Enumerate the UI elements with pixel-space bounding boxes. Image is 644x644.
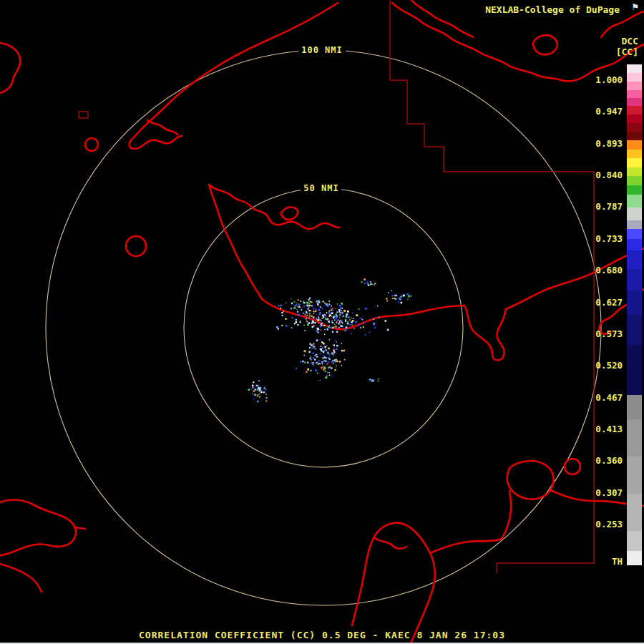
- echo-pixel: [336, 311, 338, 313]
- echo-pixel: [321, 362, 322, 363]
- echo-pixel: [298, 306, 298, 307]
- echo-pixel: [296, 321, 298, 323]
- echo-pixel: [258, 380, 260, 381]
- echo-pixel: [318, 301, 321, 303]
- echo-pixel: [297, 311, 298, 313]
- echo-pixel: [325, 315, 326, 316]
- echo-pixel: [347, 321, 348, 323]
- echo-pixel: [309, 315, 311, 316]
- echo-pixel: [316, 318, 317, 320]
- echo-pixel: [371, 380, 373, 381]
- colorbar-segment: [627, 269, 642, 291]
- echo-pixel: [386, 298, 387, 299]
- echo-pixel: [265, 389, 266, 391]
- echo-pixel: [376, 317, 377, 318]
- echo-pixel: [325, 329, 326, 330]
- echo-pixel: [336, 348, 338, 351]
- echo-pixel: [313, 348, 314, 349]
- echo-pixel: [294, 323, 296, 324]
- echo-pixel: [300, 303, 301, 303]
- echo-pixel: [313, 365, 315, 366]
- county-boundary-layer: [79, 0, 594, 573]
- echo-pixel: [411, 296, 412, 297]
- colorbar-segment: [627, 98, 642, 106]
- colorbar-segment: [627, 419, 642, 457]
- echo-pixel: [339, 310, 341, 311]
- echo-pixel: [326, 346, 327, 346]
- echo-pixel: [298, 306, 300, 308]
- echo-pixel: [398, 301, 400, 303]
- colorbar-segment: [627, 494, 642, 531]
- echo-pixel: [319, 319, 321, 321]
- echo-pixel: [328, 353, 330, 355]
- echo-pixel: [316, 339, 318, 341]
- echo-pixel: [248, 389, 250, 391]
- echo-pixel: [360, 327, 361, 328]
- echo-pixel: [394, 298, 395, 299]
- echo-pixel: [332, 322, 333, 323]
- echo-pixel: [283, 311, 284, 312]
- echo-pixel: [378, 379, 379, 380]
- echo-pixel: [313, 343, 314, 345]
- echo-pixel: [391, 295, 393, 296]
- echo-pixel: [317, 329, 318, 331]
- colorbar-units: [CC]: [616, 47, 638, 57]
- echo-pixel: [392, 298, 394, 299]
- echo-pixel: [325, 360, 327, 362]
- echo-pixel: [341, 350, 343, 352]
- colorbar-segment: [627, 114, 642, 123]
- echo-pixel: [258, 394, 259, 395]
- colorbar-tick-label: 0.733: [595, 234, 623, 244]
- echo-pixel: [308, 305, 310, 306]
- echo-pixel: [250, 389, 252, 390]
- echo-pixel: [319, 313, 321, 316]
- echo-pixel: [336, 361, 338, 363]
- colorbar-threshold-label: TH: [612, 557, 623, 567]
- echo-pixel: [328, 348, 330, 350]
- echo-pixel: [329, 366, 331, 368]
- echo-pixel: [327, 352, 329, 354]
- echo-pixel: [343, 316, 344, 317]
- echo-pixel: [307, 369, 309, 371]
- product-caption: CORRELATION COEFFICIENT (CC) 0.5 DEG - K…: [0, 630, 644, 640]
- echo-pixel: [335, 326, 336, 327]
- echo-pixel: [329, 325, 330, 326]
- echo-pixel: [306, 316, 306, 317]
- colorbar-segment: [627, 315, 642, 345]
- echo-pixel: [343, 350, 345, 352]
- echo-pixel: [331, 306, 332, 307]
- echo-pixel: [322, 364, 323, 364]
- radar-map: [0, 0, 644, 644]
- echo-pixel: [300, 321, 301, 322]
- echo-pixel: [336, 345, 338, 347]
- echo-pixel: [280, 308, 281, 309]
- echo-pixel: [324, 303, 326, 304]
- echo-pixel: [266, 397, 268, 399]
- echo-pixel: [365, 280, 366, 281]
- echo-pixel: [313, 364, 314, 366]
- echo-pixel: [331, 328, 332, 329]
- colorbar-segment: [627, 531, 642, 551]
- lake-outline: [85, 138, 98, 151]
- echo-pixel: [319, 363, 321, 364]
- lake-outline: [126, 236, 146, 256]
- echo-pixel: [329, 339, 330, 340]
- echo-pixel: [314, 322, 316, 324]
- echo-pixel: [332, 308, 333, 309]
- echo-pixel: [363, 322, 364, 323]
- echo-pixel: [391, 290, 392, 291]
- colorbar-segment: [627, 150, 642, 158]
- echo-pixel: [321, 323, 323, 324]
- echo-pixel: [336, 359, 336, 360]
- colorbar-segment: [627, 185, 642, 195]
- echo-pixel: [307, 324, 309, 326]
- echo-pixel: [320, 302, 321, 303]
- echo-pixel: [328, 311, 330, 312]
- echo-pixel: [333, 363, 335, 364]
- echo-pixel: [318, 316, 319, 318]
- echo-pixel: [317, 331, 318, 333]
- colorbar-tick-label: 0.520: [595, 361, 623, 371]
- echo-pixel: [257, 401, 258, 402]
- echo-pixel: [358, 308, 360, 310]
- echo-pixel: [303, 313, 304, 314]
